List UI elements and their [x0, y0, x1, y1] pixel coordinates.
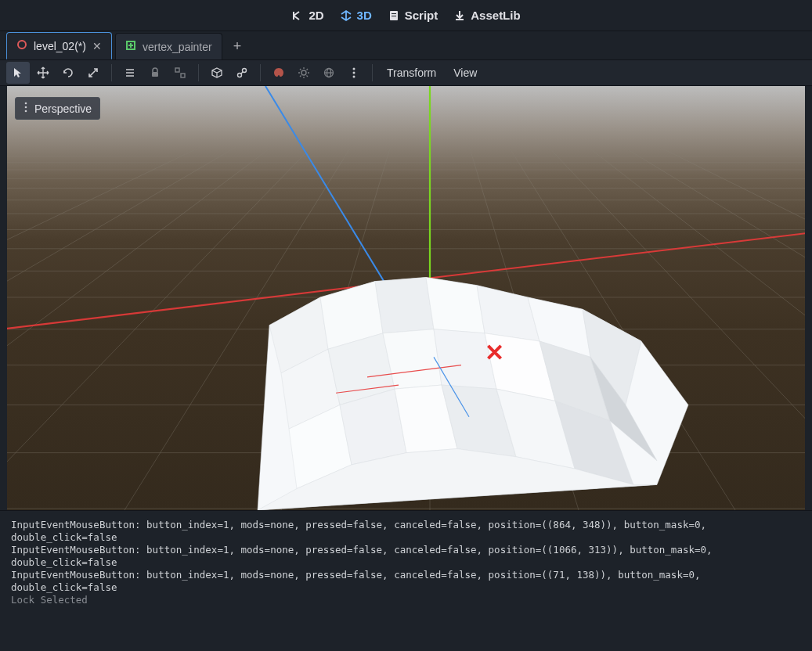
- 3d-icon: [340, 9, 352, 22]
- link-tool[interactable]: [230, 62, 254, 84]
- viewport-container: Perspective ✕: [0, 86, 812, 510]
- workspace-3d-label: 3D: [357, 9, 372, 22]
- svg-rect-6: [175, 68, 179, 72]
- scene-tab-label: vertex_painter: [143, 41, 212, 53]
- workspace-2d-label: 2D: [309, 9, 323, 22]
- svg-marker-52: [426, 278, 485, 333]
- svg-line-43: [7, 146, 203, 510]
- 2d-icon: [291, 9, 304, 22]
- scene-tab-label: level_02(*): [34, 40, 86, 52]
- 3d-viewport[interactable]: Perspective ✕: [7, 86, 805, 510]
- scene-icon: [16, 39, 27, 52]
- globe-tool[interactable]: [317, 62, 341, 84]
- svg-line-39: [7, 146, 273, 510]
- workspace-script-label: Script: [405, 9, 438, 22]
- list-tool[interactable]: [118, 62, 142, 84]
- workspace-assetlib[interactable]: AssetLib: [452, 5, 521, 25]
- svg-rect-2: [392, 16, 396, 16]
- svg-point-10: [301, 70, 306, 75]
- add-scene-button[interactable]: +: [226, 34, 250, 59]
- console-line: InputEventMouseButton: button_index=1, m…: [11, 569, 706, 593]
- console-line: Lock Selected: [11, 594, 88, 606]
- menu-dots-icon: [22, 102, 30, 115]
- toolbar-separator: [372, 64, 373, 81]
- scene-render: [7, 86, 805, 510]
- download-icon: [453, 9, 466, 22]
- workspace-switcher: 2D 3D Script AssetLib: [0, 0, 812, 31]
- select-tool[interactable]: [6, 62, 30, 84]
- close-icon[interactable]: ✕: [92, 40, 102, 52]
- output-console[interactable]: InputEventMouseButton: button_index=1, m…: [0, 510, 812, 651]
- svg-point-75: [25, 110, 27, 113]
- svg-marker-51: [375, 278, 434, 333]
- rotate-tool[interactable]: [56, 62, 80, 84]
- script-icon: [388, 9, 400, 22]
- svg-point-73: [25, 103, 27, 105]
- transform-menu[interactable]: Transform: [379, 67, 444, 79]
- svg-point-13: [353, 68, 355, 70]
- toolbar-separator: [260, 64, 261, 81]
- svg-point-14: [353, 72, 355, 74]
- toolbar-separator: [111, 64, 112, 81]
- scene-tab-active[interactable]: level_02(*) ✕: [6, 32, 112, 59]
- paint-tool[interactable]: [267, 62, 291, 84]
- perspective-menu[interactable]: Perspective: [15, 97, 100, 120]
- scene-tab-bar: level_02(*) ✕ vertex_painter +: [0, 31, 812, 59]
- svg-point-15: [353, 76, 355, 78]
- view-menu[interactable]: View: [446, 67, 485, 79]
- svg-marker-53: [477, 286, 540, 341]
- scene-icon: [125, 40, 136, 53]
- scale-tool[interactable]: [81, 62, 105, 84]
- workspace-3d[interactable]: 3D: [338, 5, 374, 25]
- svg-point-3: [18, 41, 26, 49]
- svg-line-44: [657, 146, 805, 510]
- workspace-script[interactable]: Script: [386, 5, 440, 25]
- cube-tool[interactable]: [205, 62, 229, 84]
- svg-point-74: [25, 106, 27, 109]
- scene-tab[interactable]: vertex_painter: [115, 33, 222, 59]
- sun-tool[interactable]: [292, 62, 316, 84]
- move-tool[interactable]: [31, 62, 55, 84]
- more-menu[interactable]: [342, 62, 366, 84]
- svg-point-8: [238, 74, 242, 77]
- console-line: InputEventMouseButton: button_index=1, m…: [11, 544, 718, 568]
- svg-rect-7: [181, 74, 185, 77]
- viewport-toolbar: Transform View: [0, 59, 812, 86]
- svg-rect-5: [152, 72, 158, 77]
- svg-rect-1: [392, 13, 396, 14]
- lock-tool[interactable]: [143, 62, 167, 84]
- group-tool[interactable]: [168, 62, 192, 84]
- workspace-assetlib-label: AssetLib: [471, 9, 520, 22]
- perspective-label: Perspective: [34, 103, 92, 115]
- svg-line-41: [7, 146, 238, 510]
- origin-marker-icon: ✕: [485, 341, 504, 365]
- toolbar-separator: [198, 64, 199, 81]
- console-line: InputEventMouseButton: button_index=1, m…: [11, 519, 713, 543]
- workspace-2d[interactable]: 2D: [290, 5, 325, 25]
- svg-point-9: [243, 69, 247, 73]
